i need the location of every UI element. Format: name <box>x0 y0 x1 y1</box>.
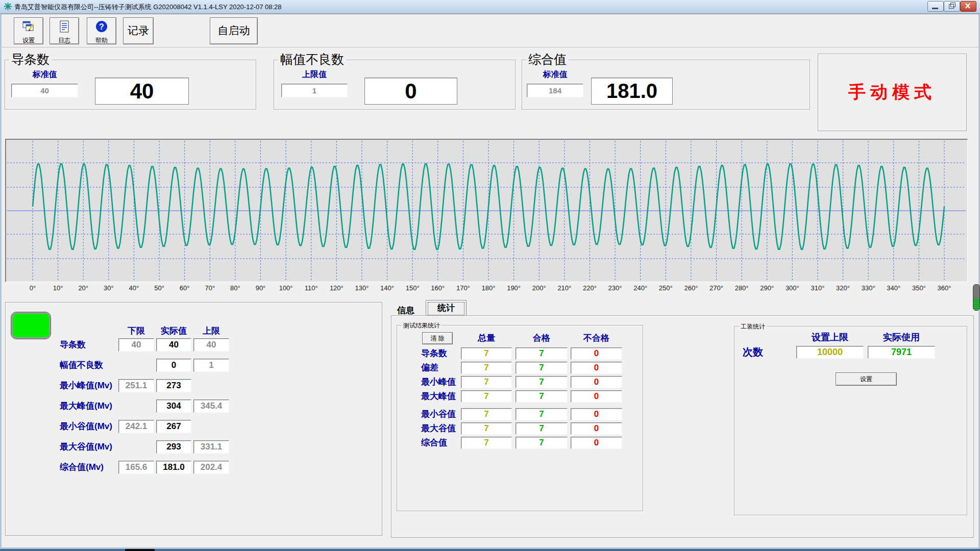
taskbar[interactable] <box>0 549 980 551</box>
x-tick-label: 360° <box>938 284 951 292</box>
x-tick-label: 60° <box>180 284 190 292</box>
minimize-button[interactable] <box>927 1 944 12</box>
fixture-limit-header: 设置上限 <box>796 331 864 343</box>
stats-row-label: 最大峰值 <box>421 390 456 403</box>
amp-defects-limit-input[interactable]: 1 <box>281 84 348 97</box>
composite-groupbox: 综合值 标准值 184 181.0 <box>522 60 810 110</box>
x-tick-label: 200° <box>532 284 546 292</box>
results-header-lower: 下限 <box>118 325 154 337</box>
autostart-button[interactable]: 自启动 <box>210 17 258 44</box>
stats-row-label: 偏差 <box>421 362 438 374</box>
composite-group-title: 综合值 <box>526 52 569 67</box>
scrollbar-thumb[interactable] <box>973 284 980 311</box>
results-lower-box: 251.1 <box>118 379 154 392</box>
x-tick-label: 110° <box>305 284 318 292</box>
help-button[interactable]: ? 帮助 <box>87 17 116 44</box>
x-tick-label: 0° <box>30 284 36 292</box>
record-button[interactable]: 记录 <box>123 17 154 44</box>
x-tick-label: 150° <box>406 284 420 292</box>
waveform-svg <box>6 140 967 282</box>
stats-row-label: 最大谷值 <box>421 422 456 435</box>
stats-row-label: 导条数 <box>421 347 447 360</box>
x-tick-label: 120° <box>330 284 344 292</box>
x-tick-label: 10° <box>53 284 63 292</box>
stats-total-box: 7 <box>461 362 512 374</box>
results-header-actual: 实际值 <box>156 325 191 337</box>
results-row-label: 最大峰值(Mv) <box>60 399 112 413</box>
fixture-used-header: 实际使用 <box>868 331 935 343</box>
settings-button[interactable]: 设置 <box>14 17 43 44</box>
clear-button[interactable]: 清 除 <box>422 332 453 344</box>
amp-defects-value-display: 0 <box>364 78 457 105</box>
titlebar[interactable]: 青岛艾普智能仪器有限公司--压铸转子测试系统 G202008042 V1.1.4… <box>0 0 980 14</box>
amp-defects-groupbox: 幅值不良数 上限值 1 0 <box>274 60 516 110</box>
chart-x-axis: 0°10°20°30°40°50°60°70°80°90°100°110°120… <box>5 284 968 294</box>
results-actual-box: 0 <box>156 359 191 372</box>
fixture-set-button[interactable]: 设置 <box>836 372 897 386</box>
stats-header-total: 总量 <box>461 332 512 344</box>
tab-info[interactable]: 信息 <box>397 305 414 316</box>
x-tick-label: 180° <box>482 284 496 292</box>
fixture-row-label: 次数 <box>743 346 763 359</box>
x-tick-label: 240° <box>633 284 647 292</box>
stats-row-label: 最小谷值 <box>421 408 456 420</box>
x-tick-label: 20° <box>78 284 88 292</box>
stats-fail-box: 0 <box>571 376 622 388</box>
restore-icon <box>949 4 954 9</box>
x-tick-label: 90° <box>256 284 266 292</box>
fixture-used-box: 7971 <box>868 346 935 359</box>
x-tick-label: 40° <box>129 284 139 292</box>
bars-setpoint-input[interactable]: 40 <box>11 84 78 97</box>
results-upper-box: 202.4 <box>193 461 229 474</box>
stats-row-label: 最小峰值 <box>421 376 456 388</box>
restore-button[interactable] <box>944 1 960 12</box>
record-button-label: 记录 <box>128 24 149 36</box>
tab-stats[interactable]: 统计 <box>426 300 467 316</box>
x-tick-label: 100° <box>279 284 293 292</box>
results-actual-box: 181.0 <box>156 461 191 474</box>
log-button[interactable]: 日志 <box>50 17 79 44</box>
stats-fail-box: 0 <box>571 422 622 435</box>
x-tick-label: 280° <box>735 284 749 292</box>
minimize-icon <box>932 8 938 9</box>
x-tick-label: 220° <box>583 284 597 292</box>
fixture-stats-group-title: 工装统计 <box>739 322 767 331</box>
help-button-label: 帮助 <box>87 36 116 45</box>
stats-pass-box: 7 <box>516 390 568 403</box>
mode-text: 手动模式 <box>818 81 966 104</box>
taskbar-app-segment[interactable] <box>125 549 155 551</box>
bars-setpoint-label: 标准值 <box>11 69 78 80</box>
composite-value-display: 181.0 <box>591 78 673 105</box>
x-tick-label: 350° <box>912 284 926 292</box>
results-actual-box: 40 <box>156 338 191 352</box>
mode-panel: 手动模式 <box>818 54 967 131</box>
composite-setpoint-input[interactable]: 184 <box>527 84 583 97</box>
stats-total-box: 7 <box>461 347 512 360</box>
stats-header-pass: 合格 <box>516 332 568 344</box>
results-actual-box: 304 <box>156 399 191 413</box>
stats-header-fail: 不合格 <box>571 332 622 344</box>
x-tick-label: 310° <box>811 284 824 292</box>
app-icon <box>4 2 12 11</box>
stats-fail-box: 0 <box>571 408 622 420</box>
svg-text:?: ? <box>99 22 104 31</box>
test-stats-group-title: 测试结果统计 <box>402 321 442 330</box>
stats-fail-box: 0 <box>571 390 622 403</box>
help-icon: ? <box>95 20 108 33</box>
x-tick-label: 30° <box>104 284 114 292</box>
bars-value-display: 40 <box>95 78 189 105</box>
bars-groupbox: 导条数 标准值 40 40 <box>5 60 256 110</box>
results-upper-box: 331.1 <box>193 440 229 454</box>
results-upper-box: 345.4 <box>193 399 229 413</box>
settings-icon <box>22 20 35 33</box>
x-tick-label: 300° <box>786 284 799 292</box>
x-tick-label: 170° <box>456 284 470 292</box>
stats-fail-box: 0 <box>571 362 622 374</box>
amp-defects-group-title: 幅值不良数 <box>278 52 346 67</box>
stats-pass-box: 7 <box>516 422 568 435</box>
autostart-button-label: 自启动 <box>218 24 250 36</box>
x-tick-label: 330° <box>862 284 875 292</box>
app-window: 青岛艾普智能仪器有限公司--压铸转子测试系统 G202008042 V1.1.4… <box>0 0 980 549</box>
results-row-label: 最大谷值(Mv) <box>60 440 112 454</box>
close-button[interactable] <box>960 1 976 12</box>
